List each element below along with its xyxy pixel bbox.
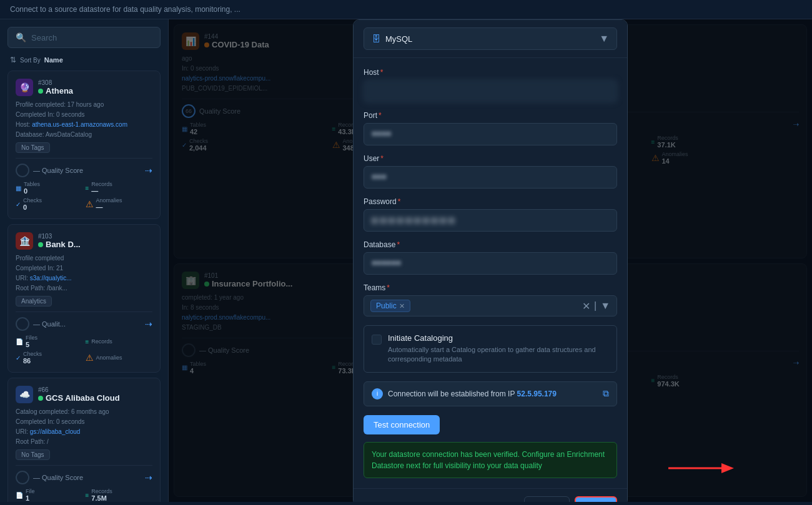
password-group: Password* ●●●●●●●●●●: [364, 197, 617, 232]
records-icon: ≡: [86, 492, 89, 499]
card-meta: Profile completed: 17 hours ago Complete…: [16, 100, 152, 140]
stat-item-anomalies: ⚠ Anomalies: [86, 351, 153, 365]
card-tag: Analytics: [16, 296, 52, 306]
chevron-down-icon: ▼: [599, 33, 609, 44]
table-icon: ▦: [16, 185, 21, 192]
status-dot-green: [38, 89, 43, 94]
card-header: 🔮 #308 Athena: [16, 79, 152, 96]
cards-list: 🔮 #308 Athena Profile completed: 17 hour…: [7, 71, 161, 373]
content-area: 📊 #144 COVID-19 Data ago In: 0 seconds n…: [169, 19, 812, 502]
warning-icon: ⚠: [86, 353, 94, 363]
catalog-checkbox[interactable]: [372, 335, 382, 345]
records-icon: ≡: [86, 338, 89, 345]
search-icon: 🔍: [16, 32, 26, 42]
catalog-title: Initiate Cataloging: [388, 333, 609, 343]
db-type-value: MySQL: [385, 34, 594, 44]
card-header: 🏦 #103 Bank D...: [16, 232, 152, 250]
sidebar: 🔍 ⇅ Sort By Name 🔮 #308 Athena: [0, 19, 169, 502]
card-tag: No Tags: [16, 449, 50, 460]
user-value[interactable]: ●●●: [372, 172, 387, 181]
stat-item-anomalies: ⚠ Anomalies —: [86, 197, 153, 211]
catalog-desc: Automatically start a Catalog operation …: [388, 345, 609, 365]
copy-icon[interactable]: ⧉: [603, 388, 609, 399]
share-icon[interactable]: ⇢: [145, 165, 152, 175]
share-icon[interactable]: ⇢: [145, 473, 152, 483]
quality-row: — Qualit... ⇢: [16, 311, 152, 331]
user-group: User* ●●●: [364, 154, 617, 189]
card-name: Athena: [38, 86, 152, 96]
card-id: #103: [38, 233, 152, 240]
db-icon: 🗄: [372, 34, 380, 44]
stat-item-files: 📄 File 1: [16, 488, 83, 502]
db-type-selector[interactable]: 🗄 MySQL ▼: [364, 27, 617, 50]
stat-item-checks: ✓ Checks 0: [16, 197, 83, 211]
card-name: GCS Alibaba Cloud: [38, 393, 152, 403]
database-label: Database*: [364, 240, 617, 249]
status-dot-green: [38, 396, 43, 401]
success-message: Your datastore connection has been verif…: [372, 450, 605, 470]
card-id: #308: [38, 79, 152, 86]
search-input[interactable]: [31, 33, 152, 42]
quality-circle: [16, 317, 29, 331]
card-title-area: #66 GCS Alibaba Cloud: [38, 386, 152, 403]
database-value[interactable]: ●●●●●●: [372, 258, 401, 267]
stat-item-records: ≡ Records: [86, 335, 153, 348]
list-item[interactable]: 🔮 #308 Athena Profile completed: 17 hour…: [7, 71, 161, 219]
stat-item-tables: ▦ Tables 0: [16, 181, 83, 195]
team-tag: Public ✕: [370, 300, 410, 312]
host-link[interactable]: athena.us-east-1.amazonaws.com: [32, 121, 127, 128]
warning-icon: ⚠: [86, 199, 94, 209]
ip-value: 52.5.95.179: [517, 390, 557, 398]
sort-bar: ⇅ Sort By Name: [7, 56, 161, 64]
quality-label: — Qualit...: [33, 320, 66, 328]
card-meta: Profile completed Completed In: 21 URI: …: [16, 253, 152, 293]
team-remove-button[interactable]: ✕: [399, 302, 405, 310]
next-button[interactable]: Next: [575, 496, 617, 502]
share-icon[interactable]: ⇢: [145, 319, 152, 329]
card-title-area: #308 Athena: [38, 79, 152, 96]
stats-row: 📄 File 1 ≡ Records 7.5M: [16, 488, 152, 502]
teams-group: Teams* Public ✕ ✕ | ▼: [364, 283, 617, 316]
card-icon: ☁️: [16, 386, 33, 403]
uri-link[interactable]: s3a://qualytic...: [30, 275, 72, 282]
card-icon: 🔮: [16, 79, 33, 96]
list-item[interactable]: 🏦 #103 Bank D... Profile completed Compl…: [7, 224, 161, 373]
divider: |: [594, 300, 597, 311]
stats-row: 📄 Files 5 ≡ Records ✓: [16, 335, 152, 365]
file-icon: 📄: [16, 492, 23, 499]
modal-top: 🗄 MySQL ▼: [354, 20, 627, 58]
top-bar-description: Connect to a source datastore for data q…: [10, 5, 240, 14]
main-area: 🔍 ⇅ Sort By Name 🔮 #308 Athena: [0, 19, 812, 502]
file-icon: 📄: [16, 338, 23, 345]
teams-dropdown-button[interactable]: ▼: [600, 300, 610, 311]
port-value[interactable]: ●●●●: [372, 129, 391, 138]
teams-controls: ✕ | ▼: [582, 300, 610, 312]
sort-icon: ⇅: [10, 56, 16, 64]
svg-marker-1: [721, 463, 734, 473]
info-icon: i: [372, 388, 383, 400]
password-value[interactable]: ●●●●●●●●●●: [372, 215, 457, 226]
host-group: Host*: [364, 68, 617, 102]
stat-item-records: ≡ Records —: [86, 181, 153, 195]
stat-item-files: 📄 Files 5: [16, 335, 83, 348]
port-group: Port* ●●●●: [364, 111, 617, 145]
catalog-section: Initiate Cataloging Automatically start …: [364, 325, 617, 373]
teams-input[interactable]: Public ✕ ✕ | ▼: [364, 295, 617, 316]
catalog-text: Initiate Cataloging Automatically start …: [388, 333, 609, 365]
teams-label: Teams*: [364, 283, 617, 292]
uri-link[interactable]: gs://alibaba_cloud: [30, 428, 81, 435]
finish-button[interactable]: Finish: [524, 496, 570, 502]
search-box[interactable]: 🔍: [7, 27, 161, 48]
clear-teams-button[interactable]: ✕: [582, 300, 590, 312]
test-connection-button[interactable]: Test connection: [364, 415, 440, 434]
stat-item-records: ≡ Records 7.5M: [86, 488, 153, 502]
sort-value[interactable]: Name: [44, 56, 63, 64]
quality-circle: [16, 471, 29, 484]
modal-footer: Finish Next: [354, 488, 627, 502]
list-item[interactable]: ☁️ #66 GCS Alibaba Cloud Catalog complet…: [7, 378, 161, 502]
stat-item-checks: ✓ Checks 86: [16, 351, 83, 365]
team-value: Public: [376, 302, 397, 310]
card-icon: 🏦: [16, 232, 33, 250]
cards-list-2: ☁️ #66 GCS Alibaba Cloud Catalog complet…: [7, 378, 161, 502]
card-title-area: #103 Bank D...: [38, 233, 152, 249]
